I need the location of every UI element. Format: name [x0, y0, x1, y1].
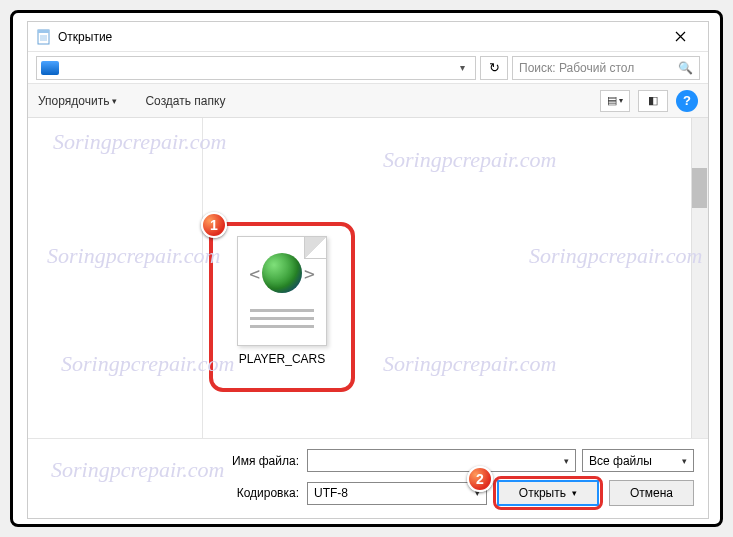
encoding-label: Кодировка:	[42, 486, 307, 500]
svg-rect-1	[38, 30, 49, 33]
open-button[interactable]: Открыть ▾	[497, 480, 599, 506]
organize-label: Упорядочить	[38, 94, 109, 108]
drive-icon	[41, 61, 59, 75]
window-title: Открытие	[58, 30, 660, 44]
search-placeholder: Поиск: Рабочий стол	[519, 61, 678, 75]
notepad-icon	[36, 29, 52, 45]
help-button[interactable]: ?	[676, 90, 698, 112]
scrollbar[interactable]	[691, 118, 708, 438]
file-item-player-cars[interactable]: <> PLAYER_CARS	[223, 236, 341, 366]
annotation-marker-2: 2	[467, 466, 493, 492]
chevron-down-icon[interactable]: ▾	[680, 456, 689, 466]
cancel-button[interactable]: Отмена	[609, 480, 694, 506]
filename-input[interactable]: ▾	[307, 449, 576, 472]
titlebar: Открытие	[28, 22, 708, 52]
search-icon: 🔍	[678, 61, 693, 75]
toolbar: Упорядочить ▾ Создать папку ▤ ▾ ◧ ?	[28, 84, 708, 118]
scrollbar-thumb[interactable]	[692, 168, 707, 208]
nav-row: ▾ ↻ Поиск: Рабочий стол 🔍	[28, 52, 708, 84]
organize-menu[interactable]: Упорядочить ▾	[38, 94, 117, 108]
chevron-down-icon: ▾	[112, 96, 117, 106]
outer-frame: Открытие ▾ ↻ Поиск: Рабочий стол 🔍 Упоря…	[10, 10, 723, 527]
chevron-down-icon[interactable]: ▾	[562, 456, 571, 466]
view-mode-button[interactable]: ▤ ▾	[600, 90, 630, 112]
body-area: 1 <> PLAYER_CARS	[28, 118, 708, 438]
file-label: PLAYER_CARS	[223, 352, 341, 366]
open-button-label: Открыть	[519, 486, 566, 500]
file-type-filter[interactable]: Все файлы ▾	[582, 449, 694, 472]
new-folder-label: Создать папку	[145, 94, 225, 108]
html-file-icon: <>	[237, 236, 327, 346]
annotation-marker-1: 1	[201, 212, 227, 238]
chevron-down-icon: ▾	[572, 488, 577, 498]
search-input[interactable]: Поиск: Рабочий стол 🔍	[512, 56, 700, 80]
encoding-select[interactable]: UTF-8 ▾	[307, 482, 487, 505]
file-list[interactable]: 1 <> PLAYER_CARS	[203, 118, 708, 438]
bottom-panel: Имя файла: ▾ Все файлы ▾ Кодировка: UTF-…	[28, 438, 708, 526]
chevron-down-icon[interactable]: ▾	[453, 62, 471, 73]
close-button[interactable]	[660, 23, 700, 51]
preview-pane-button[interactable]: ◧	[638, 90, 668, 112]
filter-value: Все файлы	[589, 454, 680, 468]
sidebar[interactable]	[28, 118, 203, 438]
new-folder-button[interactable]: Создать папку	[145, 94, 225, 108]
encoding-value: UTF-8	[314, 486, 473, 500]
address-bar[interactable]: ▾	[36, 56, 476, 80]
filename-label: Имя файла:	[42, 454, 307, 468]
cancel-button-label: Отмена	[630, 486, 673, 500]
refresh-button[interactable]: ↻	[480, 56, 508, 80]
open-dialog-window: Открытие ▾ ↻ Поиск: Рабочий стол 🔍 Упоря…	[27, 21, 709, 519]
